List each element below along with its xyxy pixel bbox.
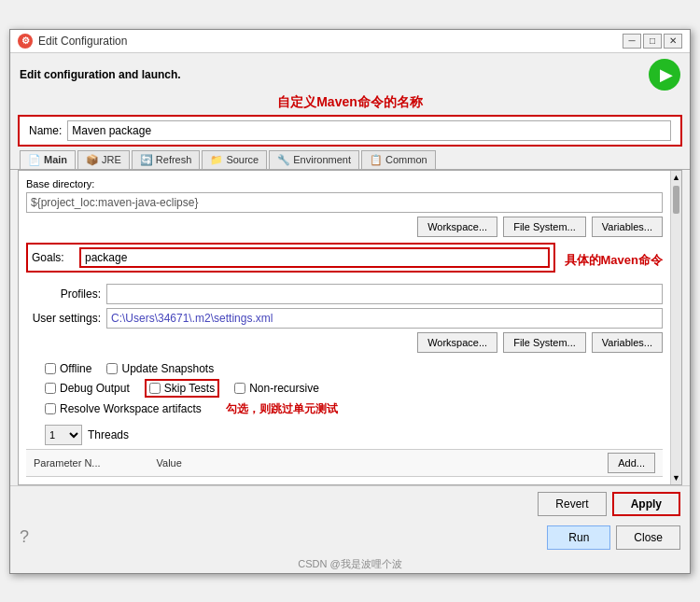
main-tab-icon: 📄 [28,154,41,166]
scroll-down[interactable]: ▼ [671,471,681,484]
window-title: Edit Configuration [38,35,127,48]
help-icon[interactable]: ? [20,527,29,547]
add-button[interactable]: Add... [608,453,655,473]
file-system-button-1[interactable]: File System... [503,217,586,237]
non-recursive-checkbox[interactable] [234,383,245,394]
run-play-icon[interactable]: ▶ [649,59,680,91]
scrollbar[interactable]: ▲ ▼ [670,171,681,484]
goals-input[interactable] [79,247,550,268]
skip-tests-checkbox[interactable] [149,383,161,394]
base-directory-label: Base directory: [26,178,663,189]
threads-label: Threads [88,428,129,441]
non-recursive-checkbox-label[interactable]: Non-recursive [234,382,319,395]
profiles-label: Profiles: [26,287,101,301]
tab-main[interactable]: 📄 Main [20,150,76,169]
user-settings-input[interactable] [106,308,663,329]
name-label: Name: [29,124,62,137]
scroll-thumb[interactable] [673,186,679,214]
tabs-bar: 📄 Main 📦 JRE 🔄 Refresh 📁 Source 🔧 Enviro… [10,150,690,170]
offline-checkbox-label[interactable]: Offline [45,362,91,375]
debug-output-checkbox[interactable] [45,383,56,394]
tab-source[interactable]: 📁 Source [202,150,267,169]
param-col-value: Value [157,457,182,469]
refresh-tab-icon: 🔄 [140,154,153,166]
minimize-button[interactable]: ─ [623,34,641,49]
tab-environment[interactable]: 🔧 Environment [269,150,359,169]
name-input[interactable] [67,120,671,141]
apply-button[interactable]: Apply [612,492,680,516]
profiles-input[interactable] [106,284,663,304]
common-tab-icon: 📋 [370,154,383,166]
base-directory-input[interactable] [26,192,663,213]
resolve-workspace-checkbox[interactable] [45,403,56,414]
update-snapshots-checkbox[interactable] [106,363,118,374]
update-snapshots-checkbox-label[interactable]: Update Snapshots [106,362,214,375]
dialog-subtitle: Edit configuration and launch. [20,68,181,81]
threads-select[interactable]: 1 2 4 [45,425,82,445]
source-tab-icon: 📁 [210,154,223,166]
file-system-button-2[interactable]: File System... [503,332,586,353]
maximize-button[interactable]: □ [643,34,662,49]
revert-button[interactable]: Revert [538,492,606,516]
annotation-title: 自定义Maven命令的名称 [10,92,690,115]
variables-button-2[interactable]: Variables... [592,332,663,353]
variables-button-1[interactable]: Variables... [592,217,663,237]
resolve-workspace-checkbox-label[interactable]: Resolve Workspace artifacts [45,402,202,415]
jre-tab-icon: 📦 [86,154,99,166]
param-col-name: Parameter N... [34,457,101,469]
annotation-skip: 勾选，则跳过单元测试 [226,401,338,417]
close-window-button[interactable]: ✕ [664,34,682,49]
workspace-button-2[interactable]: Workspace... [417,332,497,353]
tab-refresh[interactable]: 🔄 Refresh [132,150,201,169]
debug-output-checkbox-label[interactable]: Debug Output [45,382,130,395]
run-button[interactable]: Run [547,525,610,550]
goals-label: Goals: [32,251,74,264]
workspace-button-1[interactable]: Workspace... [417,217,497,237]
user-settings-label: User settings: [26,312,101,325]
scroll-up[interactable]: ▲ [671,171,681,184]
tab-common[interactable]: 📋 Common [361,150,436,169]
environment-tab-icon: 🔧 [277,154,290,166]
close-button[interactable]: Close [616,525,680,550]
window-icon: ⚙ [18,34,33,49]
skip-tests-checkbox-label[interactable]: Skip Tests [145,379,219,398]
tab-jre[interactable]: 📦 JRE [77,150,130,169]
annotation-goals: 具体的Maven命令 [565,252,663,269]
offline-checkbox[interactable] [45,363,56,374]
watermark: CSDN @我是波哩个波 [10,555,690,573]
